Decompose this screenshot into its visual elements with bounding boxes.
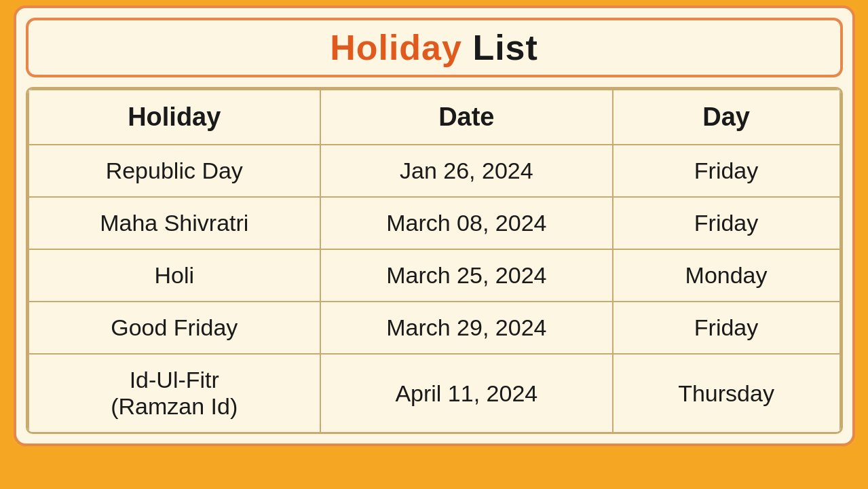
holiday-table: Holiday Date Day Republic DayJan 26, 202… xyxy=(28,89,841,432)
title-list-word: List xyxy=(462,28,538,67)
table-row: Good FridayMarch 29, 2024Friday xyxy=(29,302,840,354)
col-header-day: Day xyxy=(613,90,840,145)
cell-date-3: March 29, 2024 xyxy=(320,302,613,354)
cell-holiday-3: Good Friday xyxy=(29,302,321,354)
title-box: Holiday List xyxy=(26,18,843,77)
table-row: Republic DayJan 26, 2024Friday xyxy=(29,145,840,197)
cell-date-2: March 25, 2024 xyxy=(320,249,613,302)
table-row: HoliMarch 25, 2024Monday xyxy=(29,249,840,302)
cell-day-0: Friday xyxy=(613,145,840,197)
cell-day-2: Monday xyxy=(613,249,840,302)
table-header-row: Holiday Date Day xyxy=(29,90,840,145)
cell-holiday-2: Holi xyxy=(29,249,321,302)
title-holiday-word: Holiday xyxy=(330,28,462,67)
table-row: Id-Ul-Fitr(Ramzan Id)April 11, 2024Thurs… xyxy=(29,354,840,432)
holiday-table-wrapper: Holiday Date Day Republic DayJan 26, 202… xyxy=(26,87,843,434)
main-container: Holiday List Holiday Date Day Republic D… xyxy=(14,5,855,446)
cell-day-3: Friday xyxy=(613,302,840,354)
cell-holiday-4: Id-Ul-Fitr(Ramzan Id) xyxy=(29,354,321,432)
cell-date-0: Jan 26, 2024 xyxy=(320,145,613,197)
table-row: Maha ShivratriMarch 08, 2024Friday xyxy=(29,197,840,249)
cell-day-1: Friday xyxy=(613,197,840,249)
cell-date-1: March 08, 2024 xyxy=(320,197,613,249)
col-header-holiday: Holiday xyxy=(29,90,321,145)
cell-day-4: Thursday xyxy=(613,354,840,432)
cell-holiday-0: Republic Day xyxy=(29,145,321,197)
cell-date-4: April 11, 2024 xyxy=(320,354,613,432)
col-header-date: Date xyxy=(320,90,613,145)
page-title: Holiday List xyxy=(330,28,538,67)
cell-holiday-1: Maha Shivratri xyxy=(29,197,321,249)
